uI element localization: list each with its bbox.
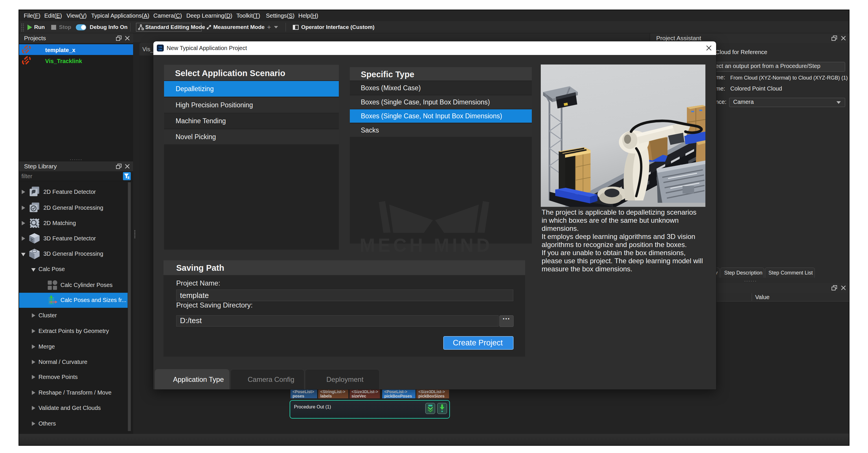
svg-text:ON: ON [159, 48, 162, 51]
svg-text:VIS: VIS [159, 46, 163, 48]
